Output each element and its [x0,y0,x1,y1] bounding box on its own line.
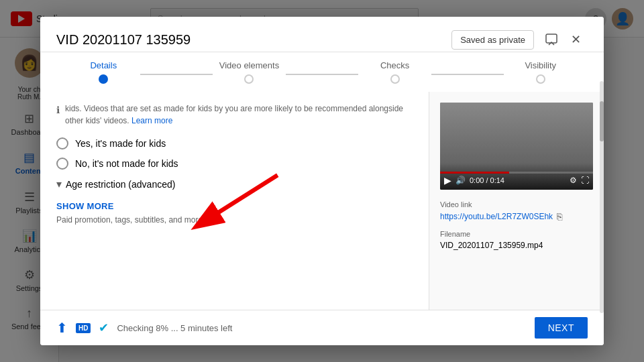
step-connector-2 [286,74,359,75]
video-info-section: Video link https://youtu.be/L2R7ZW0SEhk … [440,200,593,250]
step-checks-dot [390,74,400,84]
modal-overlay: VID 20201107 135959 Saved as private ✕ D… [0,0,644,362]
step-details-label: Details [90,60,117,70]
radio-yes[interactable]: Yes, it's made for kids [56,137,413,149]
play-button[interactable]: ▶ [444,175,451,186]
modal-close-button[interactable]: ✕ [564,27,588,52]
modal-footer: ⬆ HD ✔ Checking 8% ... 5 minutes left NE… [40,310,604,345]
upload-icon[interactable]: ⬆ [56,320,68,336]
check-circle-icon: ✔ [99,320,109,335]
info-banner: ℹ kids. Videos that are set as made for … [56,103,413,127]
radio-yes-circle [56,137,68,149]
video-preview: ▶ 🔊 0:00 / 0:14 ⚙ ⛶ [440,103,593,190]
step-connector-3 [431,74,504,75]
video-link-row: Video link https://youtu.be/L2R7ZW0SEhk … [440,200,593,222]
modal-title: VID 20201107 135959 [56,32,451,48]
learn-more-link[interactable]: Learn more [131,116,172,125]
step-checks-label: Checks [380,60,409,70]
radio-yes-label: Yes, it's made for kids [75,138,166,149]
modal-feedback-icon[interactable] [539,27,564,52]
video-link-url[interactable]: https://youtu.be/L2R7ZW0SEhk [440,212,553,221]
age-restriction-row[interactable]: ▾ Age restriction (advanced) [56,178,413,190]
step-details-dot [99,74,108,84]
step-visibility-label: Visibility [525,60,556,70]
step-connector-1 [140,74,213,75]
scrollbar-track [600,92,604,310]
volume-button[interactable]: 🔊 [455,176,466,185]
show-more-description: Paid promotion, tags, subtitles, and mor… [56,215,413,225]
modal-right-panel: ▶ 🔊 0:00 / 0:14 ⚙ ⛶ Video link https://y… [429,92,604,310]
step-checks[interactable]: Checks [358,60,431,84]
radio-no-label: No, it's not made for kids [75,158,178,169]
radio-no-circle [56,158,68,170]
video-controls: ▶ 🔊 0:00 / 0:14 ⚙ ⛶ [444,175,589,186]
chevron-down-icon: ▾ [56,178,62,190]
fullscreen-button[interactable]: ⛶ [581,176,589,185]
video-link-container: https://youtu.be/L2R7ZW0SEhk ⎘ [440,211,593,222]
next-button[interactable]: NEXT [535,317,588,339]
info-circle-icon: ℹ [56,103,60,117]
modal-dialog: VID 20201107 135959 Saved as private ✕ D… [40,17,604,345]
step-video-label: Video elements [219,60,279,70]
step-visibility[interactable]: Visibility [504,60,577,84]
filename-value: VID_20201107_135959.mp4 [440,241,593,250]
age-restriction-label: Age restriction (advanced) [66,179,175,190]
steps-track: Details Video elements Checks Visibility [67,60,577,84]
step-visibility-dot [536,74,545,84]
hd-badge: HD [76,323,91,333]
filename-row: Filename VID_20201107_135959.mp4 [440,230,593,250]
modal-left-panel: ℹ kids. Videos that are set as made for … [40,92,429,310]
modal-header: VID 20201107 135959 Saved as private ✕ [40,17,604,52]
video-link-label: Video link [440,200,593,208]
step-video-elements[interactable]: Video elements [213,60,286,84]
step-video-dot [244,74,254,84]
video-time: 0:00 / 0:14 [470,176,566,184]
saved-private-badge: Saved as private [451,30,534,50]
checking-status-text: Checking 8% ... 5 minutes left [117,323,526,333]
modal-body: ℹ kids. Videos that are set as made for … [40,92,604,310]
filename-label: Filename [440,230,593,238]
video-settings-button[interactable]: ⚙ [570,176,577,185]
info-text: kids. Videos that are set as made for ki… [65,103,413,127]
scrollbar-thumb[interactable] [600,101,604,141]
step-details[interactable]: Details [67,60,140,84]
show-more-button[interactable]: SHOW MORE [56,201,413,211]
copy-link-icon[interactable]: ⎘ [557,211,562,222]
steps-bar: Details Video elements Checks Visibility [40,52,604,92]
radio-no[interactable]: No, it's not made for kids [56,158,413,170]
